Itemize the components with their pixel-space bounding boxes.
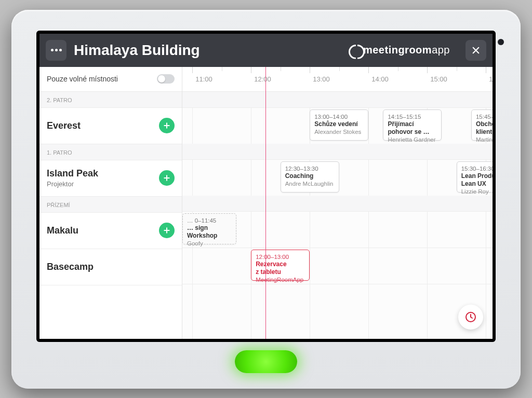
status-led <box>235 350 297 373</box>
floor-group-header: PŘÍZEMÍ <box>39 197 182 213</box>
booking-card[interactable]: 15:45–16:45Obchodní t… s klientemMartin … <box>471 109 493 141</box>
booking-owner: Andre McLaughlin <box>285 180 335 187</box>
time-tick: 12:00 <box>251 67 271 91</box>
room-row[interactable]: Island PeakProjektor <box>39 160 182 197</box>
now-indicator <box>265 67 266 339</box>
booking-subject: Přijímací pohovor se … <box>388 120 437 136</box>
room-name: Everest <box>47 120 81 131</box>
room-subtitle: Projektor <box>47 180 98 188</box>
close-icon <box>471 46 481 55</box>
booking-card[interactable]: 14:15–15:15Přijímací pohovor se …Henriet… <box>383 109 442 141</box>
plus-icon <box>163 174 171 182</box>
booking-card[interactable]: 13:00–14:00Schůze vedeníAlexander Stokes <box>310 109 368 141</box>
booking-subject: Schůze vedení <box>314 120 364 128</box>
time-tick: 15:00 <box>427 67 447 91</box>
time-tick: 11:00 <box>192 67 212 91</box>
plus-icon <box>163 226 171 235</box>
booking-owner: MeetingRoomApp <box>256 276 305 283</box>
booking-subject: Rezervace z tabletu <box>256 260 305 276</box>
clock-icon <box>464 311 477 323</box>
booking-owner: Lizzie Roy <box>461 188 493 195</box>
topbar: Himalaya Building meetingroomapp <box>39 34 493 67</box>
timeline[interactable]: 11:0012:0013:0014:0015:0016:00 13:00–14:… <box>182 67 493 339</box>
booking-time: … 0–11:45 <box>187 217 232 224</box>
now-button[interactable] <box>458 305 483 330</box>
page-title: Himalaya Building <box>74 42 341 59</box>
booking-time: 12:00–13:00 <box>256 253 305 260</box>
screen: Himalaya Building meetingroomapp Pouze v… <box>36 31 496 342</box>
filter-free-rooms[interactable]: Pouze volné místnosti <box>39 67 182 92</box>
booking-card[interactable]: … 0–11:45… sign WorkshopGoofy <box>182 213 236 244</box>
room-row[interactable]: Makalu <box>39 213 182 249</box>
filter-toggle[interactable] <box>157 74 175 84</box>
brand-text: meetingroomapp <box>363 44 450 56</box>
add-booking-button[interactable] <box>159 223 175 238</box>
booking-subject: Obchodní t… s klientem <box>476 120 493 136</box>
booking-subject: Lean Product & Lean UX <box>461 172 493 188</box>
booking-time: 15:45–16:45 <box>476 113 493 120</box>
add-booking-button[interactable] <box>159 118 175 133</box>
time-tick: 16:00 <box>486 67 493 91</box>
booking-subject: … sign Workshop <box>187 224 232 240</box>
app: Himalaya Building meetingroomapp Pouze v… <box>39 34 493 339</box>
room-name: Island Peak <box>47 168 98 179</box>
camera-dot <box>498 39 504 45</box>
booking-card[interactable]: 15:30–16:30Lean Product & Lean UXLizzie … <box>457 161 493 193</box>
time-tick: 14:00 <box>368 67 389 91</box>
plus-icon <box>163 121 171 130</box>
menu-button[interactable] <box>46 40 66 61</box>
booking-time: 12:30–13:30 <box>285 165 335 172</box>
brand-logo-icon <box>349 45 360 56</box>
booking-owner: Henrietta Gardner <box>388 136 437 143</box>
booking-time: 13:00–14:00 <box>314 113 364 120</box>
floor-group-header: 1. PATRO <box>39 144 182 160</box>
tablet-frame: Himalaya Building meetingroomapp Pouze v… <box>11 10 521 389</box>
filter-label: Pouze volné místnosti <box>47 75 118 83</box>
room-name: Basecamp <box>47 262 94 272</box>
add-booking-button[interactable] <box>159 170 175 186</box>
booking-owner: Goofy <box>187 240 232 247</box>
time-tick: 13:00 <box>310 67 330 91</box>
room-row[interactable]: Basecamp <box>39 249 182 285</box>
close-button[interactable] <box>466 40 486 61</box>
booking-owner: Alexander Stokes <box>314 128 364 135</box>
booking-time: 15:30–16:30 <box>461 165 493 172</box>
sidebar: Pouze volné místnosti 2. PATROEverest1. … <box>39 67 182 339</box>
brand[interactable]: meetingroomapp <box>349 44 450 56</box>
room-name: Makalu <box>47 225 78 236</box>
time-header: 11:0012:0013:0014:0015:0016:00 <box>182 67 493 92</box>
floor-group-header: 2. PATRO <box>39 92 182 108</box>
booking-subject: Coaching <box>285 172 335 180</box>
booking-card[interactable]: 12:30–13:30CoachingAndre McLaughlin <box>281 161 339 193</box>
room-row[interactable]: Everest <box>39 108 182 144</box>
booking-time: 14:15–15:15 <box>388 113 437 120</box>
booking-card[interactable]: 12:00–13:00Rezervace z tabletuMeetingRoo… <box>251 250 310 281</box>
booking-owner: Martin Gutie… <box>476 136 493 143</box>
